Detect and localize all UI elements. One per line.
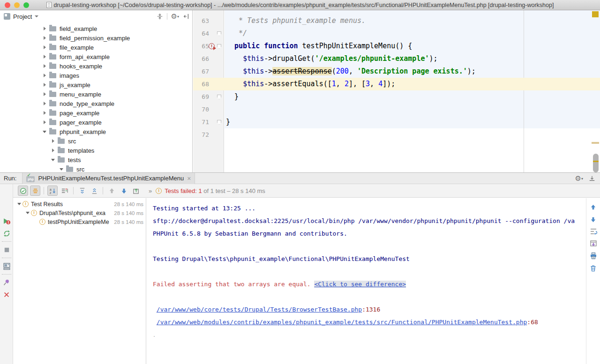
- project-tree-item[interactable]: tests: [0, 155, 192, 164]
- rerun-failed-icon: [3, 217, 11, 225]
- project-tree-item[interactable]: pager_example: [0, 118, 192, 127]
- project-panel-title[interactable]: Project: [13, 13, 32, 20]
- collapse-all-icon[interactable]: [157, 13, 163, 20]
- test-tree-row[interactable]: Test Results28 s 140 ms: [13, 200, 146, 208]
- chevron-right-icon[interactable]: [41, 36, 48, 40]
- project-tree-item[interactable]: field_example: [0, 24, 192, 33]
- expand-all-button[interactable]: [77, 186, 87, 196]
- test-failed-icon: [22, 201, 29, 207]
- editor-line[interactable]: 69 }: [193, 90, 600, 103]
- sort-alphabetically-toggle[interactable]: az: [47, 186, 58, 196]
- test-tree-row[interactable]: Drupal\Tests\phpunit_exa28 s 140 ms: [13, 208, 146, 217]
- toggle-auto-test-button[interactable]: [2, 229, 11, 238]
- rerun-failed-tests-button[interactable]: [2, 216, 11, 226]
- editor-line[interactable]: 65 public function testPhpUnitExampleMen…: [193, 40, 600, 52]
- console-line: Failed asserting that two arrays are equ…: [153, 278, 586, 290]
- sort-by-duration-button[interactable]: [60, 186, 70, 196]
- project-tree-item[interactable]: phpunit_example: [0, 127, 192, 136]
- scrollbar-warning-mark[interactable]: [592, 142, 599, 144]
- pin-tab-button[interactable]: [2, 278, 11, 287]
- editor-line[interactable]: 64 */: [193, 27, 600, 40]
- test-tree-row[interactable]: testPhpUnitExampleMe28 s 140 ms: [13, 217, 146, 226]
- gear-icon[interactable]: ⚙▾: [575, 174, 583, 183]
- fold-marker-icon[interactable]: [217, 95, 221, 99]
- console-link[interactable]: <Click to see difference>: [314, 281, 406, 288]
- chevron-down-icon[interactable]: [24, 212, 31, 214]
- soft-wrap-toggle[interactable]: [589, 227, 598, 236]
- chevron-right-icon[interactable]: [41, 102, 48, 105]
- test-console-output[interactable]: Testing started at 13:25 ...sftp://docke…: [147, 198, 586, 364]
- run-tab[interactable]: php✓ PHPUnitExampleMenuTest.testPhpUnitE…: [22, 173, 195, 184]
- show-passed-toggle[interactable]: [18, 186, 28, 196]
- show-ignored-toggle[interactable]: [30, 186, 40, 196]
- hide-panel-icon[interactable]: [183, 13, 189, 20]
- clear-all-button[interactable]: [589, 263, 598, 273]
- chevron-down-icon[interactable]: [35, 15, 38, 17]
- editor-scrollbar[interactable]: [593, 154, 599, 172]
- chevron-right-icon[interactable]: [50, 149, 56, 152]
- collapse-all-button[interactable]: [89, 186, 99, 196]
- editor-line[interactable]: 68 $this->assertEquals([1, 2], [3, 4]);: [193, 78, 600, 90]
- scroll-down-button[interactable]: [589, 215, 598, 224]
- gutter-cell: 66: [193, 52, 224, 65]
- close-icon[interactable]: ×: [187, 175, 191, 182]
- chevron-down-icon[interactable]: [41, 131, 48, 133]
- editor-line[interactable]: 71}: [193, 116, 600, 128]
- project-tree-item[interactable]: field_permission_example: [0, 33, 192, 43]
- console-link[interactable]: /var/www/web/modules/contrib/examples/ph…: [157, 319, 527, 326]
- chevron-right-icon[interactable]: [41, 27, 48, 30]
- chevron-right-icon[interactable]: [41, 111, 48, 115]
- project-tree-item-label: pager_example: [60, 119, 102, 126]
- chevron-down-icon[interactable]: [16, 203, 22, 205]
- test-history-button[interactable]: [131, 186, 141, 196]
- fold-marker-icon[interactable]: [217, 44, 221, 49]
- chevron-right-icon[interactable]: [41, 55, 48, 59]
- project-tree-item[interactable]: file_example: [0, 43, 192, 52]
- gear-icon[interactable]: ⚙▾: [171, 12, 179, 21]
- chevron-right-icon[interactable]: [41, 74, 48, 77]
- project-tree-item[interactable]: form_api_example: [0, 52, 192, 61]
- more-actions-icon[interactable]: »: [149, 187, 152, 194]
- console-link[interactable]: /var/www/web/core/tests/Drupal/Tests/Bro…: [157, 306, 362, 313]
- chevron-down-icon[interactable]: [50, 159, 56, 161]
- editor-line[interactable]: 67 $this->assertResponse(200, 'Descripti…: [193, 65, 600, 78]
- inspection-status-icon[interactable]: [592, 11, 599, 17]
- fold-marker-icon[interactable]: [217, 31, 221, 36]
- gutter-cell: 64: [193, 27, 224, 40]
- chevron-right-icon[interactable]: [41, 45, 48, 49]
- restore-layout-button[interactable]: [2, 261, 11, 271]
- project-tree-item[interactable]: menu_example: [0, 89, 192, 99]
- project-tree-item[interactable]: js_example: [0, 80, 192, 89]
- hide-panel-icon[interactable]: [589, 175, 595, 182]
- chevron-right-icon[interactable]: [41, 83, 48, 87]
- project-tree-item[interactable]: templates: [0, 146, 192, 155]
- fold-marker-icon[interactable]: [217, 120, 221, 125]
- editor-line[interactable]: 70: [193, 103, 600, 116]
- ignored-circle-icon: [32, 187, 39, 194]
- project-tree-item[interactable]: node_type_example: [0, 99, 192, 108]
- editor-line[interactable]: 66 $this->drupalGet('/examples/phpunit-e…: [193, 52, 600, 65]
- next-failed-test-button[interactable]: [119, 186, 129, 196]
- folder-icon: [49, 111, 56, 116]
- chevron-right-icon[interactable]: [41, 92, 48, 96]
- editor-line[interactable]: 63 * Tests phpunit_example menus.: [193, 15, 600, 27]
- chevron-right-icon[interactable]: [50, 139, 56, 143]
- project-tree-item[interactable]: src: [0, 164, 192, 172]
- project-tree-item[interactable]: hooks_example: [0, 61, 192, 71]
- code-editor[interactable]: 63 * Tests phpunit_example menus.64 */65…: [193, 10, 600, 172]
- open-in-editor-button[interactable]: [589, 239, 598, 248]
- close-panel-button[interactable]: [2, 290, 11, 299]
- project-tree-item[interactable]: page_example: [0, 108, 192, 118]
- editor-line[interactable]: 72: [193, 128, 600, 141]
- chevron-right-icon[interactable]: [41, 120, 48, 124]
- project-tree-item[interactable]: src: [0, 136, 192, 146]
- chevron-down-icon[interactable]: [58, 168, 65, 171]
- test-duration: 28 s 140 ms: [114, 219, 146, 225]
- chevron-right-icon[interactable]: [41, 64, 48, 68]
- project-tree-item[interactable]: images: [0, 71, 192, 80]
- print-button[interactable]: [589, 251, 598, 260]
- scroll-up-button[interactable]: [589, 202, 598, 212]
- stop-button[interactable]: [2, 245, 11, 254]
- previous-failed-test-button[interactable]: [106, 186, 117, 196]
- console-line: /var/www/web/core/tests/Drupal/Tests/Bro…: [153, 303, 586, 316]
